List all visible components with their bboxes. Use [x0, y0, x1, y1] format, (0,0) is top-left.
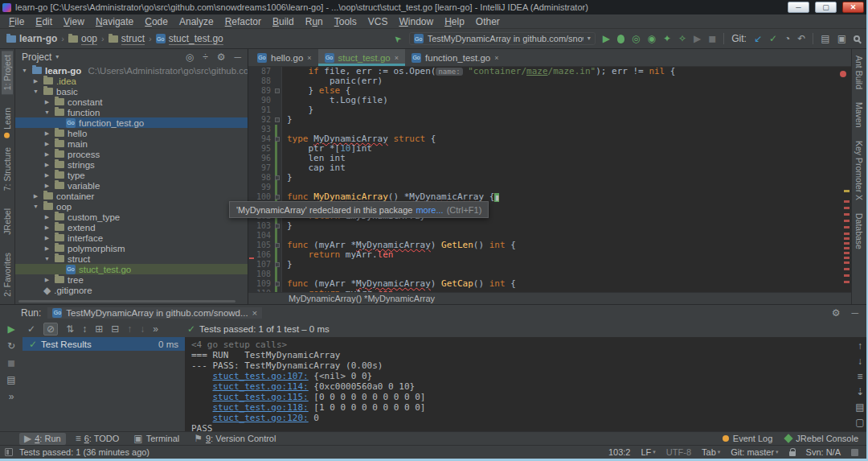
tree-item-.idea[interactable]: ▶.idea [15, 76, 248, 86]
collapse-all-icon[interactable]: ÷ [203, 52, 208, 62]
tree-arrow-icon[interactable]: ▶ [43, 162, 51, 168]
error-stripe-mark[interactable] [844, 190, 850, 192]
next-failed-icon[interactable]: ↓ [140, 324, 145, 334]
tree-item-struct[interactable]: ▼struct [15, 253, 248, 264]
expand-all-icon[interactable]: ⊞ [95, 324, 103, 334]
toolstrip-database[interactable]: Database [854, 213, 864, 249]
tree-arrow-icon[interactable]: ▶ [43, 151, 51, 158]
run-disabled-icon[interactable]: ▶ [694, 34, 701, 43]
tree-item-learn-go[interactable]: ▼learn-goC:\Users\Administrator\go\src\g… [15, 65, 248, 76]
soft-wrap-icon[interactable]: ≡ [857, 372, 862, 381]
close-button[interactable]: ✕ [842, 2, 864, 13]
tree-item-container[interactable]: ▶container [15, 191, 248, 201]
close-icon[interactable]: × [307, 54, 311, 62]
menu-refactor[interactable]: Refactor [219, 15, 267, 28]
toolstrip-maven[interactable]: Maven [854, 102, 864, 128]
error-stripe-mark[interactable] [844, 268, 850, 270]
breadcrumb-learn-go[interactable]: learn-go [6, 33, 57, 44]
status-103-2[interactable]: 103:2 [608, 447, 631, 457]
toolstrip-1-project[interactable]: 1: Project [2, 51, 13, 94]
error-stripe-mark[interactable] [844, 220, 850, 222]
fold-marker-icon[interactable] [275, 137, 280, 142]
minimize-button[interactable]: ─ [788, 2, 809, 13]
error-stripe-mark[interactable] [844, 274, 850, 277]
run-plugin-a-icon[interactable]: ✦ [663, 34, 671, 43]
toolstrip-key-promoter-x[interactable]: Key Promoter X [854, 141, 864, 200]
collapse-all-icon[interactable]: ⊟ [111, 324, 119, 334]
editor-tab-function_test.go[interactable]: Gofunction_test.go× [405, 49, 505, 66]
close-icon[interactable]: × [395, 54, 399, 62]
scroll-to-end-icon[interactable]: ⇣ [856, 387, 864, 397]
fold-marker-icon[interactable] [275, 224, 280, 228]
tree-arrow-icon[interactable]: ▶ [43, 224, 51, 231]
run-plugin-b-icon[interactable]: ✧ [678, 34, 686, 43]
stop-icon[interactable]: ◼ [7, 358, 15, 368]
show-passed-icon[interactable]: ✓ [27, 324, 35, 334]
scroll-up-icon[interactable]: ↑ [858, 341, 862, 351]
tree-arrow-icon[interactable]: ▼ [31, 88, 40, 94]
project-panel-title[interactable]: Project [22, 51, 51, 63]
menu-navigate[interactable]: Navigate [90, 15, 139, 28]
tree-arrow-icon[interactable]: ▶ [31, 78, 40, 84]
toolwindow-tab-4-run[interactable]: ▶4: Run [19, 433, 66, 445]
toolwindow-tab-9-version-control[interactable]: ⚑9: Version Control [189, 433, 280, 445]
tree-item-interface[interactable]: ▶interface [15, 233, 248, 243]
error-stripe-mark[interactable] [844, 200, 850, 203]
sort-by-duration-icon[interactable]: ↕ [82, 324, 87, 334]
menu-other[interactable]: Other [470, 15, 506, 28]
show-ignored-icon[interactable]: ⊘ [47, 324, 55, 334]
console-file-link[interactable]: stuct_test.go:118: [213, 402, 309, 413]
maximize-button[interactable]: ▢ [815, 2, 837, 13]
search-everywhere-icon[interactable] [854, 35, 860, 42]
tree-item-polymorphism[interactable]: ▶polymorphism [15, 243, 248, 253]
locate-file-icon[interactable]: ◎ [186, 52, 194, 62]
chevron-down-icon[interactable]: ▾ [55, 54, 59, 60]
error-stripe-mark[interactable] [844, 242, 850, 245]
menu-file[interactable]: File [3, 15, 30, 28]
status-svn-n/a[interactable]: Svn: N/A [806, 447, 841, 457]
event-log[interactable]: Event Log [723, 434, 773, 443]
jrebel-console[interactable]: JRebel Console [785, 434, 858, 443]
error-stripe-mark[interactable] [844, 261, 850, 264]
stop-icon[interactable]: ◼ [708, 34, 716, 43]
tree-item-tree[interactable]: ▶tree [15, 274, 248, 285]
tree-arrow-icon[interactable]: ▶ [43, 172, 51, 179]
fold-marker-icon[interactable] [275, 117, 280, 122]
editor-tab-hello.go[interactable]: Gohello.go× [251, 49, 318, 66]
tree-arrow-icon[interactable]: ▼ [43, 256, 51, 261]
console-output[interactable]: <4 go setup calls>=== RUN TestMyDynamicA… [185, 337, 854, 431]
tree-arrow-icon[interactable]: ▶ [31, 193, 40, 200]
rerun-icon[interactable]: ▶ [7, 324, 14, 334]
more-icon[interactable]: » [9, 392, 14, 401]
tree-arrow-icon[interactable]: ▶ [43, 130, 51, 137]
console-file-link[interactable]: stuct_test.go:120: [213, 413, 309, 423]
tree-arrow-icon[interactable]: ▼ [31, 204, 40, 209]
profiler-icon[interactable]: ◉ [647, 34, 655, 43]
tree-item-process[interactable]: ▶process [15, 149, 248, 159]
commit-icon[interactable]: ✓ [769, 34, 777, 43]
tree-arrow-icon[interactable]: ▶ [43, 183, 51, 189]
breadcrumb-struct[interactable]: struct [108, 33, 145, 45]
console-file-link[interactable]: stuct_test.go:107: [213, 371, 309, 381]
error-stripe-mark[interactable] [844, 207, 850, 209]
terminal-popup-icon[interactable]: ▣ [837, 34, 846, 43]
breadcrumb-oop[interactable]: oop [68, 33, 97, 45]
tree-item-variable[interactable]: ▶variable [15, 180, 248, 191]
update-project-icon[interactable]: ↙ [754, 34, 762, 43]
toolstrip-7-structure[interactable]: 7: Structure [2, 143, 13, 195]
hotswap-arrow-icon[interactable]: ➤ [392, 33, 403, 44]
debug-icon[interactable] [617, 35, 624, 43]
menu-code[interactable]: Code [139, 15, 174, 28]
tree-item-extend[interactable]: ▶extend [15, 222, 248, 233]
menu-edit[interactable]: Edit [30, 15, 58, 28]
breadcrumb-stuct_test.go[interactable]: Gostuct_test.go [156, 33, 223, 45]
local-history-icon[interactable]: ◔ [784, 34, 790, 43]
inspection-error-indicator[interactable] [840, 71, 846, 77]
toolstrip-learn[interactable]: Learn [2, 104, 13, 142]
fold-marker-icon[interactable] [275, 88, 280, 93]
tree-arrow-icon[interactable]: ▶ [43, 235, 51, 241]
tree-item-constant[interactable]: ▶constant [15, 97, 248, 107]
horizontal-scrollbar[interactable] [18, 300, 235, 303]
sort-alphabetically-icon[interactable]: ⇅ [66, 324, 74, 334]
fold-marker-icon[interactable] [275, 243, 280, 248]
